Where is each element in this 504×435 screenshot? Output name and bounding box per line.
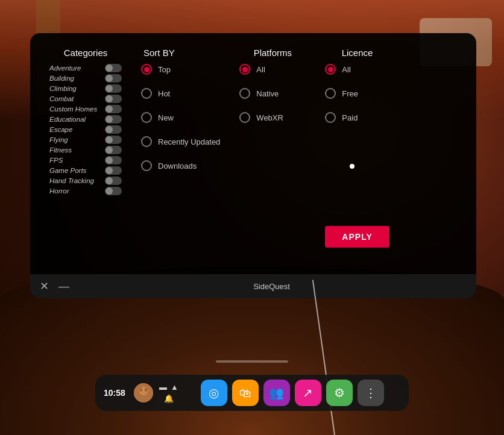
platform-radio[interactable] — [239, 64, 250, 75]
scroll-indicator-top — [216, 360, 288, 363]
licence-label: Free — [342, 89, 358, 98]
licence-option[interactable]: All — [325, 64, 389, 75]
category-toggle[interactable] — [105, 95, 122, 103]
licence-radio[interactable] — [325, 112, 336, 123]
category-label: Combat — [49, 95, 74, 102]
wifi-icon: ▲ — [171, 383, 178, 392]
category-toggle[interactable] — [105, 166, 122, 175]
category-label: Custom Homes — [49, 105, 97, 113]
category-item[interactable]: FPS — [49, 156, 122, 164]
category-toggle[interactable] — [105, 105, 122, 113]
more-app[interactable]: ⋮ — [358, 380, 384, 406]
category-item[interactable]: Game Ports — [49, 166, 122, 175]
category-label: Climbing — [49, 85, 77, 92]
sort-option[interactable]: Recently Updated — [141, 136, 220, 147]
licence-option[interactable]: Free — [325, 88, 389, 99]
sort-radio[interactable] — [141, 64, 152, 75]
platform-option[interactable]: All — [239, 64, 306, 75]
category-item[interactable]: Hand Tracking — [49, 177, 122, 185]
category-toggle[interactable] — [105, 146, 122, 154]
sort-option[interactable]: Top — [141, 64, 220, 75]
category-toggle[interactable] — [105, 177, 122, 185]
minimize-button[interactable]: — — [58, 280, 69, 293]
sort-option[interactable]: New — [141, 112, 220, 123]
category-item[interactable]: Escape — [49, 125, 122, 134]
category-label: Escape — [49, 126, 72, 133]
taskbar-apps: ◎🛍👥↗⚙⋮ — [184, 380, 400, 406]
sort-title: Sort BY — [143, 48, 220, 58]
category-label: Adventure — [49, 64, 81, 72]
category-label: Educational — [49, 116, 86, 123]
categories-column: Categories Adventure Building Climbing C… — [49, 48, 122, 260]
platform-label: Native — [256, 89, 279, 98]
category-label: FPS — [49, 157, 63, 164]
taskbar: 10:58 ▬ ▲ 🔔 ◎🛍👥↗⚙⋮ — [95, 375, 409, 411]
category-toggle[interactable] — [105, 136, 122, 144]
category-item[interactable]: Fitness — [49, 146, 122, 154]
notification-icon: 🔔 — [164, 394, 174, 403]
category-label: Flying — [49, 136, 68, 143]
shop-app[interactable]: 🛍 — [232, 380, 259, 406]
status-icons: ▬ ▲ — [159, 383, 178, 392]
sort-option[interactable]: Downloads — [141, 160, 220, 171]
sort-radio[interactable] — [141, 136, 152, 147]
category-item[interactable]: Combat — [49, 95, 122, 103]
category-toggle[interactable] — [105, 84, 122, 93]
category-toggle[interactable] — [105, 125, 122, 134]
categories-title: Categories — [49, 48, 122, 58]
category-label: Game Ports — [49, 167, 86, 174]
pointer-dot — [350, 164, 354, 169]
social-app[interactable]: 👥 — [263, 380, 290, 406]
taskbar-time: 10:58 — [104, 388, 128, 398]
category-item[interactable]: Flying — [49, 136, 122, 144]
sort-label: Hot — [158, 89, 170, 98]
platform-label: All — [256, 65, 265, 74]
licence-radio[interactable] — [325, 88, 336, 99]
vr-window: Categories Adventure Building Climbing C… — [30, 33, 476, 298]
licence-column: Licence All Free Paid — [325, 48, 389, 136]
sort-label: New — [158, 113, 174, 122]
taskbar-avatar — [134, 383, 153, 402]
window-title: SideQuest — [77, 282, 467, 291]
platform-option[interactable]: Native — [239, 88, 306, 99]
category-item[interactable]: Custom Homes — [49, 105, 122, 113]
licence-label: Paid — [342, 113, 358, 122]
category-label: Hand Tracking — [49, 177, 94, 184]
category-item[interactable]: Building — [49, 74, 122, 83]
share-app[interactable]: ↗ — [295, 380, 321, 406]
category-item[interactable]: Adventure — [49, 64, 122, 72]
category-toggle[interactable] — [105, 187, 122, 195]
sort-option[interactable]: Hot — [141, 88, 220, 99]
category-item[interactable]: Educational — [49, 115, 122, 124]
category-toggle[interactable] — [105, 115, 122, 124]
category-item[interactable]: Climbing — [49, 84, 122, 93]
platform-option[interactable]: WebXR — [239, 112, 306, 123]
platform-radio[interactable] — [239, 88, 250, 99]
platforms-column: Platforms All Native WebXR — [239, 48, 306, 260]
navigation-app[interactable]: ◎ — [201, 380, 227, 406]
licence-title: Licence — [325, 48, 389, 58]
apply-button[interactable]: APPLY — [325, 226, 389, 248]
category-toggle[interactable] — [105, 74, 122, 83]
licence-option[interactable]: Paid — [325, 112, 389, 123]
sort-radio[interactable] — [141, 160, 152, 171]
settings-app[interactable]: ⚙ — [326, 380, 353, 406]
sort-radio[interactable] — [141, 112, 152, 123]
battery-icon: ▬ — [159, 383, 167, 392]
category-label: Horror — [49, 187, 69, 195]
svg-point-3 — [145, 388, 147, 392]
taskbar-status: ▬ ▲ 🔔 — [159, 383, 178, 403]
sort-label: Recently Updated — [158, 137, 220, 146]
sort-column: Sort BY Top Hot New Recently Updated Dow… — [141, 48, 220, 260]
category-toggle[interactable] — [105, 156, 122, 164]
licence-radio[interactable] — [325, 64, 336, 75]
close-button[interactable]: ✕ — [40, 280, 49, 293]
category-label: Building — [49, 75, 74, 82]
platform-radio[interactable] — [239, 112, 250, 123]
category-item[interactable]: Horror — [49, 187, 122, 195]
licence-label: All — [342, 65, 350, 74]
category-toggle[interactable] — [105, 64, 122, 72]
sort-radio[interactable] — [141, 88, 152, 99]
platform-label: WebXR — [256, 113, 283, 122]
svg-point-2 — [140, 388, 142, 392]
